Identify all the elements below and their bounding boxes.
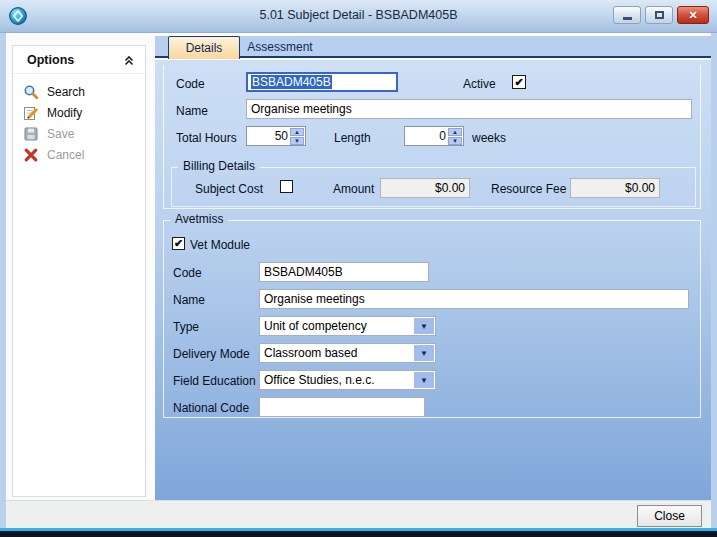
national-code-label: National Code xyxy=(173,401,249,415)
code-value-selected: BSBADM405B xyxy=(251,75,332,89)
subject-cost-label: Subject Cost xyxy=(195,182,263,196)
arrow-up-icon: ▲ xyxy=(452,129,458,135)
maximize-button[interactable] xyxy=(645,6,673,24)
arrow-down-icon: ▼ xyxy=(452,138,458,144)
resource-fee-value: $0.00 xyxy=(625,181,655,195)
field-education-value: Office Studies, n.e.c. xyxy=(264,373,375,387)
vet-module-checkbox[interactable]: ✔ xyxy=(172,237,185,250)
window-controls: ✕ xyxy=(613,6,709,24)
length-spin-down-button[interactable]: ▼ xyxy=(448,137,462,145)
total-hours-field[interactable]: 50 ▲ ▼ xyxy=(246,126,306,146)
window-title: 5.01 Subject Detail - BSBADM405B xyxy=(0,8,717,22)
save-icon xyxy=(23,126,39,142)
options-item-modify[interactable]: Modify xyxy=(23,103,137,123)
subject-detail-group: Code BSBADM405B Active ✔ Name Organise m… xyxy=(163,65,701,209)
length-label: Length xyxy=(334,131,371,145)
avetmiss-code-field[interactable]: BSBADM405B xyxy=(259,262,429,282)
type-label: Type xyxy=(173,320,199,334)
active-checkbox[interactable]: ✔ xyxy=(512,75,526,89)
total-hours-value: 50 xyxy=(247,129,288,143)
check-icon: ✔ xyxy=(514,77,523,88)
cancel-icon xyxy=(23,147,39,163)
length-spin-up-button[interactable]: ▲ xyxy=(448,128,462,136)
options-panel: Options Search xyxy=(12,45,146,497)
delivery-mode-value: Classroom based xyxy=(264,346,357,360)
length-value: 0 xyxy=(405,129,446,143)
dialog-client-area: Options Search xyxy=(6,33,711,528)
options-item-save: Save xyxy=(23,124,137,144)
billing-details-legend: Billing Details xyxy=(178,159,260,173)
window-bottom-edge xyxy=(0,531,717,537)
minimize-button[interactable] xyxy=(613,6,641,24)
details-tab-content: Code BSBADM405B Active ✔ Name Organise m… xyxy=(155,60,711,500)
resource-fee-field: $0.00 xyxy=(570,178,660,198)
total-hours-label: Total Hours xyxy=(176,131,237,145)
options-item-cancel: Cancel xyxy=(23,145,137,165)
options-item-label: Save xyxy=(47,127,74,141)
subject-cost-checkbox[interactable] xyxy=(280,180,293,193)
total-hours-spin-up-button[interactable]: ▲ xyxy=(290,128,304,136)
options-item-search[interactable]: Search xyxy=(23,82,137,102)
avetmiss-group: Avetmiss ✔ Vet Module Code BSBADM405B Na… xyxy=(163,220,701,418)
amount-label: Amount xyxy=(333,182,374,196)
arrow-down-icon: ▼ xyxy=(294,138,300,144)
amount-field: $0.00 xyxy=(380,178,470,198)
tab-strip: Details Assessment xyxy=(155,36,711,58)
avetmiss-name-label: Name xyxy=(173,293,205,307)
type-value: Unit of competency xyxy=(264,319,367,333)
resource-fee-label: Resource Fee xyxy=(491,182,566,196)
close-button[interactable]: Close xyxy=(637,505,702,527)
options-panel-header: Options xyxy=(13,46,145,74)
title-bar: 5.01 Subject Detail - BSBADM405B ✕ xyxy=(0,0,717,33)
arrow-up-icon: ▲ xyxy=(294,129,300,135)
options-item-label: Search xyxy=(47,85,85,99)
amount-value: $0.00 xyxy=(435,181,465,195)
avetmiss-code-value: BSBADM405B xyxy=(264,265,343,279)
delivery-mode-dropdown[interactable]: Classroom based ▼ xyxy=(259,343,436,363)
avetmiss-name-value: Organise meetings xyxy=(264,292,365,306)
code-label: Code xyxy=(176,77,205,91)
dialog-footer: Close xyxy=(6,500,711,528)
search-icon xyxy=(23,84,39,100)
avetmiss-legend: Avetmiss xyxy=(170,212,228,226)
name-field[interactable]: Organise meetings xyxy=(246,99,692,119)
check-icon: ✔ xyxy=(174,238,183,249)
vet-module-label: Vet Module xyxy=(190,238,250,252)
maximize-icon xyxy=(655,11,664,19)
tab-details[interactable]: Details xyxy=(168,36,240,59)
avetmiss-name-field[interactable]: Organise meetings xyxy=(259,289,689,309)
active-label: Active xyxy=(463,77,496,91)
tab-page: Details Assessment Code BSBADM405B Activ… xyxy=(155,36,711,500)
options-item-label: Modify xyxy=(47,106,82,120)
code-field[interactable]: BSBADM405B xyxy=(246,72,398,92)
dropdown-arrow-icon[interactable]: ▼ xyxy=(414,372,434,388)
collapse-icon[interactable] xyxy=(123,54,135,66)
options-item-label: Cancel xyxy=(47,148,84,162)
name-label: Name xyxy=(176,104,208,118)
national-code-field[interactable] xyxy=(259,397,425,417)
avetmiss-code-label: Code xyxy=(173,266,202,280)
total-hours-spin-down-button[interactable]: ▼ xyxy=(290,137,304,145)
billing-details-group: Billing Details Subject Cost Amount $0.0… xyxy=(171,167,696,207)
type-dropdown[interactable]: Unit of competency ▼ xyxy=(259,316,436,336)
weeks-suffix-label: weeks xyxy=(472,131,506,145)
name-value: Organise meetings xyxy=(251,102,352,116)
length-field[interactable]: 0 ▲ ▼ xyxy=(404,126,464,146)
close-icon: ✕ xyxy=(688,9,697,22)
tab-assessment[interactable]: Assessment xyxy=(241,36,319,58)
minimize-icon xyxy=(623,17,632,20)
modify-icon xyxy=(23,105,39,121)
field-education-dropdown[interactable]: Office Studies, n.e.c. ▼ xyxy=(259,370,436,390)
dropdown-arrow-icon[interactable]: ▼ xyxy=(414,318,434,334)
field-education-label: Field Education xyxy=(173,374,256,388)
dialog-window: 5.01 Subject Detail - BSBADM405B ✕ Optio… xyxy=(0,0,717,537)
options-panel-title: Options xyxy=(27,53,123,67)
dropdown-arrow-icon[interactable]: ▼ xyxy=(414,345,434,361)
close-window-button[interactable]: ✕ xyxy=(677,6,709,24)
delivery-mode-label: Delivery Mode xyxy=(173,347,250,361)
